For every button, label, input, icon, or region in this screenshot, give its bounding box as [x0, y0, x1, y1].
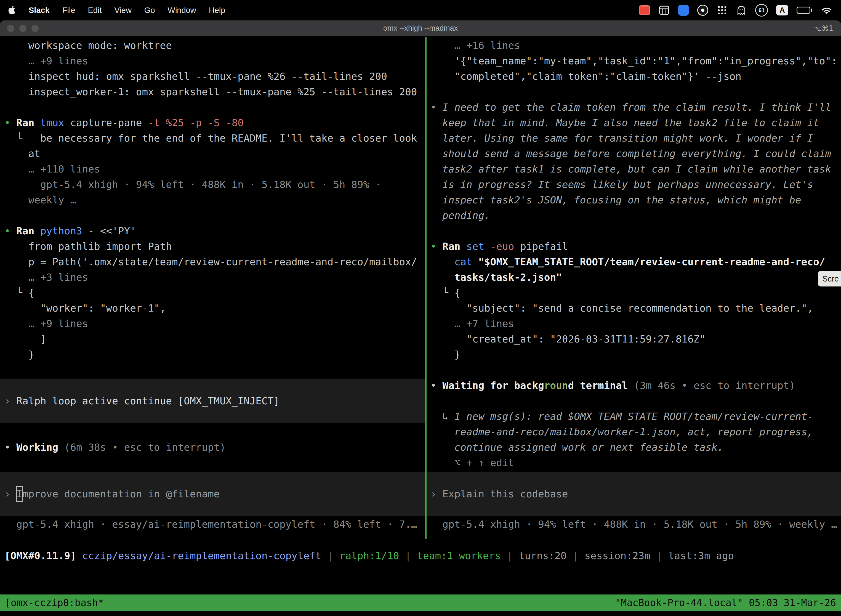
text-segment: Waiting for backg [442, 380, 544, 391]
text-segment: continue assigned work or next feasible … [431, 441, 724, 453]
terminal-line: … +9 lines [4, 316, 425, 331]
text-segment: from pathlib import Path [4, 241, 172, 252]
text-segment: • [4, 225, 16, 236]
text-segment: | [567, 550, 585, 561]
text-segment: pipefail [520, 241, 568, 252]
menu-help[interactable]: Help [209, 6, 226, 15]
minimize-button[interactable] [19, 25, 26, 32]
text-segment: later. Using the same for transition mig… [431, 132, 813, 144]
text-segment: "created_at": "2026-03-31T11:59:27.816Z" [431, 333, 706, 345]
terminal-line: cat "$OMX_TEAM_STATE_ROOT/team/review-cu… [431, 254, 841, 270]
text-segment: gpt-5.4 xhigh · essay/ai-reimplementatio… [4, 519, 417, 530]
text-segment: I need to get the claim token from the c… [442, 101, 831, 113]
window-title: omx --xhigh --madmax [383, 24, 458, 32]
text-segment: › [4, 393, 16, 409]
text-segment: └ { [4, 287, 34, 298]
terminal-line: • I need to get the claim token from the… [431, 100, 841, 115]
tmux-status-bar: [omx-cczip0:bash* "MacBook-Pro-44.local"… [0, 594, 841, 611]
raycast-icon[interactable] [678, 5, 689, 16]
text-segment: Ralph loop active continue [OMX_TMUX_INJ… [16, 393, 280, 409]
text-segment: d terminal [568, 380, 634, 391]
menu-view[interactable]: View [114, 6, 132, 15]
apple-menu-icon[interactable] [8, 6, 16, 15]
record-dot-icon[interactable] [697, 5, 708, 16]
terminal-line: ⌥ + ↑ edit [431, 455, 841, 471]
text-segment: ro [544, 380, 556, 391]
battery-nub [811, 9, 812, 12]
right-terminal-pane[interactable]: … +16 lines '{"team_name":"my-team","tas… [426, 37, 841, 616]
menu-file[interactable]: File [62, 6, 75, 15]
text-segment: mprove documentation in @filename [22, 486, 220, 502]
text-segment: should send a message before completing … [431, 148, 831, 159]
text-segment: "subject": "send a concise recommendatio… [431, 302, 813, 314]
terminal-line: readme-and-reco/mailbox/worker-1.json, a… [431, 424, 841, 440]
text-segment: • [431, 380, 442, 391]
terminal-line: inspect task2's JSON, focusing on the st… [431, 192, 841, 208]
text-segment: weekly … [4, 194, 76, 205]
text-segment: team:1 workers [417, 550, 501, 561]
title-bar[interactable]: omx --xhigh --madmax ⌥⌘1 [0, 21, 841, 37]
terminal-line: gpt-5.4 xhigh · essay/ai-reimplementatio… [4, 517, 425, 532]
terminal-line: • Ran set -euo pipefail [431, 239, 841, 254]
text-segment: | [321, 550, 339, 561]
text-segment: └ { [431, 287, 460, 298]
terminal-line [431, 84, 841, 100]
terminal-window: omx --xhigh --madmax ⌥⌘1 workspace_mode:… [0, 21, 841, 616]
terminal-line: workspace_mode: worktree [4, 38, 425, 53]
screen-recording-icon[interactable] [639, 5, 651, 15]
terminal-line [4, 100, 425, 115]
text-segment: '{"team_name":"my-team","task_id":"1","f… [431, 55, 837, 66]
terminal-line: is in progress? It seems likely but perh… [431, 177, 841, 192]
text-segment: … +110 lines [4, 163, 100, 175]
text-segment: keep that in mind. Maybe I also need the… [431, 117, 819, 128]
terminal-line: gpt-5.4 xhigh · 94% left · 488K in · 5.1… [431, 517, 841, 532]
battery-gauge-icon[interactable]: 61 [755, 4, 768, 16]
terminal-line: gpt-5.4 xhigh · 94% left · 488K in · 5.1… [4, 177, 425, 192]
app-grid-icon[interactable] [716, 5, 728, 16]
table-grid-icon[interactable] [659, 5, 670, 15]
text-segment: at [4, 148, 40, 159]
ghost-icon[interactable] [736, 5, 747, 16]
terminal-line: tasks/task-2.json" [431, 270, 841, 285]
prompt-row[interactable]: › Explain this codebase [426, 472, 841, 516]
text-segment: is in progress? It seems likely but perh… [431, 179, 813, 190]
terminal-line: └ { [4, 285, 425, 301]
text-segment: inspect task2's JSON, focusing on the st… [431, 194, 801, 205]
wifi-icon[interactable] [820, 6, 833, 15]
close-button[interactable] [7, 25, 14, 32]
input-source-letter: A [779, 6, 785, 15]
battery-icon[interactable] [797, 7, 812, 14]
terminal-line: continue assigned work or next feasible … [431, 440, 841, 455]
spacer [4, 362, 425, 379]
terminal-content: workspace_mode: worktree … +9 lines insp… [0, 37, 841, 616]
input-source-icon[interactable]: A [776, 5, 788, 15]
terminal-line: from pathlib import Path [4, 239, 425, 254]
text-segment: un [556, 380, 568, 391]
menu-app-name[interactable]: Slack [29, 6, 50, 15]
text-segment: └ be necessary for the end of the README… [4, 132, 417, 144]
terminal-line: … +16 lines [431, 38, 841, 53]
prompt-row[interactable]: › Ralph loop active continue [OMX_TMUX_I… [0, 379, 425, 423]
window-shortcut-hint: ⌥⌘1 [813, 21, 833, 36]
text-segment: | [501, 550, 519, 561]
terminal-line: … +9 lines [4, 53, 425, 69]
terminal-line [431, 393, 841, 409]
text-segment: • [4, 441, 16, 453]
terminal-line: • Ran python3 - <<'PY' [4, 223, 425, 239]
text-segment: • [431, 241, 442, 252]
text-segment: ] [4, 333, 46, 345]
prompt-row[interactable]: › Improve documentation in @filename [0, 472, 425, 516]
text-segment: … +16 lines [431, 40, 520, 51]
screenshot-toast[interactable]: Scre [818, 271, 841, 286]
text-segment: (3m 46s • esc to interrupt) [634, 380, 795, 391]
menu-edit[interactable]: Edit [88, 6, 102, 15]
left-terminal-pane[interactable]: workspace_mode: worktree … +9 lines insp… [0, 37, 425, 616]
zoom-button[interactable] [31, 25, 39, 32]
terminal-line: └ { [431, 285, 841, 301]
terminal-line: … +110 lines [4, 161, 425, 177]
menu-window[interactable]: Window [168, 6, 196, 15]
menu-go[interactable]: Go [144, 6, 155, 15]
text-segment: task2 after task1 is complete, but can I… [431, 163, 831, 175]
terminal-line: └ be necessary for the end of the README… [4, 131, 425, 146]
terminal-line: … +3 lines [4, 270, 425, 285]
